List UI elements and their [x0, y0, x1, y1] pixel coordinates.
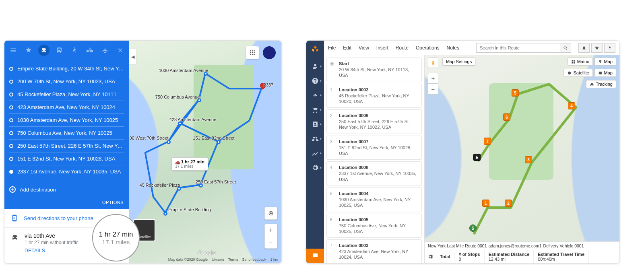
route-marker[interactable]: 4 — [568, 102, 575, 109]
route-waypoint[interactable] — [167, 140, 171, 144]
satellite-view-button[interactable]: Satellite — [564, 69, 592, 77]
rail-routes-icon[interactable] — [308, 89, 322, 102]
stop-input[interactable]: Empire State Building, 20 W 34th St, New… — [9, 62, 124, 75]
zoom-in-button[interactable]: + — [265, 224, 277, 236]
map-type-button[interactable]: Map — [594, 69, 616, 77]
notifications-icon[interactable] — [578, 43, 590, 53]
rail-settings-icon[interactable] — [308, 161, 322, 174]
account-avatar[interactable] — [263, 46, 276, 59]
map-label: 1030 Amsterdam Avenue — [159, 68, 208, 73]
stop-card[interactable]: 1Location 000245 Rockefeller Plaza, New … — [326, 84, 422, 108]
map-label: Empire State Building — [168, 207, 211, 212]
close-icon[interactable] — [115, 45, 126, 56]
rail-analytics-icon[interactable] — [308, 147, 322, 160]
stop-input[interactable]: 151 E 82nd St, New York, NY 10028, USA — [9, 152, 124, 165]
stop-input[interactable]: 250 East 57th Street, 226 E 57th St, New… — [9, 140, 124, 152]
menu-notes[interactable]: Notes — [447, 45, 459, 51]
route-marker[interactable]: 6 — [503, 113, 510, 121]
menu-file[interactable]: File — [328, 45, 336, 51]
search-button[interactable] — [560, 43, 571, 53]
route-waypoint[interactable] — [163, 212, 167, 216]
transit-mode-icon[interactable] — [54, 45, 65, 56]
map-canvas[interactable]: 1030 Amsterdam Avenue750 Columbus Avenue… — [129, 41, 281, 263]
route-marker[interactable]: E — [473, 154, 481, 161]
svg-point-1 — [252, 50, 253, 51]
rail-cart-icon[interactable] — [308, 103, 322, 116]
route-waypoint[interactable] — [178, 121, 182, 126]
svg-point-12 — [568, 71, 571, 74]
route-marker[interactable]: S — [469, 224, 477, 232]
rail-team-icon[interactable] — [308, 132, 322, 145]
recenter-button[interactable] — [264, 207, 277, 220]
zoom-out-button[interactable]: − — [265, 236, 277, 248]
top-menu-bar: FileEditViewInsertRouteOperationsNotes — [324, 41, 619, 55]
stop-input[interactable]: 750 Columbus Ave, New York, NY 10025 — [9, 127, 124, 140]
menu-route[interactable]: Route — [396, 45, 409, 51]
app-logo-icon[interactable] — [309, 43, 322, 56]
map-label: 200 West 70th Street — [129, 136, 169, 140]
stop-input[interactable]: 200 W 70th St, New York, NY 10023, USA — [9, 75, 124, 88]
map-view-button[interactable]: Map — [594, 58, 616, 66]
stop-card[interactable]: 5Location 00041030 Amsterdam Ave, New Yo… — [326, 187, 422, 212]
search-input[interactable] — [476, 43, 560, 53]
flash-icon[interactable] — [604, 43, 615, 53]
time-distance-callout: 1 hr 27 min 17.1 miles — [92, 214, 140, 262]
flight-mode-icon[interactable] — [99, 45, 111, 56]
zoom-out-button[interactable]: − — [428, 84, 438, 94]
rail-add-user-icon[interactable] — [308, 60, 322, 73]
send-to-phone-label: Send directions to your phone — [24, 215, 93, 221]
menu-view[interactable]: View — [359, 45, 369, 51]
drive-mode-icon[interactable] — [38, 45, 50, 56]
options-button[interactable]: OPTIONS — [4, 196, 129, 209]
stop-card[interactable]: 4Location 00082337 1st Avenue, New York,… — [326, 161, 422, 186]
route-marker[interactable]: 2 — [505, 200, 512, 207]
stop-input[interactable]: 2337 1st Avenue, New York, NY 10035, USA — [9, 165, 124, 178]
stop-card[interactable]: 6Location 0005750 Columbus Ave, New York… — [326, 214, 422, 238]
route-map[interactable]: S1234567E Map Settings + − Matrix Map Sa… — [425, 55, 619, 241]
tracking-button[interactable]: Tracking — [586, 80, 616, 88]
zoom-control: + − — [428, 73, 438, 95]
footer-settings-icon[interactable] — [425, 254, 436, 259]
best-mode-icon[interactable] — [23, 45, 34, 56]
svg-point-7 — [252, 54, 253, 55]
stop-input[interactable]: 1030 Amsterdam Ave, New York, NY 10025 — [9, 114, 124, 127]
matrix-view-button[interactable]: Matrix — [568, 58, 593, 66]
route-marker[interactable]: 3 — [525, 156, 532, 163]
route-marker[interactable]: 1 — [482, 200, 489, 207]
stop-card[interactable]: 3Location 0007151 E 82nd St, New York, N… — [326, 136, 422, 160]
stop-input[interactable]: 45 Rockefeller Plaza, New York, NY 10111 — [9, 88, 124, 101]
rail-addressbook-icon[interactable] — [308, 118, 322, 131]
pegman-icon[interactable] — [428, 58, 438, 68]
car-icon — [11, 233, 19, 241]
walk-mode-icon[interactable] — [69, 45, 80, 56]
stops-list[interactable]: Start20 W 34th St, New York, NY 10118, U… — [324, 55, 425, 263]
rail-help-icon[interactable] — [308, 74, 322, 87]
svg-point-4 — [252, 52, 253, 54]
menu-icon[interactable] — [8, 45, 19, 56]
map-settings-button[interactable]: Map Settings — [442, 58, 475, 66]
bike-mode-icon[interactable] — [84, 45, 95, 56]
map-label: 2337 — [264, 82, 273, 87]
apps-icon[interactable] — [246, 46, 259, 59]
route-marker[interactable]: 7 — [484, 138, 491, 145]
menu-insert[interactable]: Insert — [376, 45, 388, 51]
route-traffic-note: 1 hr 27 min without traffic — [25, 240, 78, 245]
travel-mode-bar — [4, 41, 129, 60]
stop-card[interactable]: 7Location 0003423 Amsterdam Ave, New Yor… — [326, 239, 422, 263]
stop-card[interactable]: 2Location 0006250 East 57th Street, 226 … — [326, 109, 422, 134]
favorite-icon[interactable] — [591, 43, 603, 53]
stop-card[interactable]: Start20 W 34th St, New York, NY 10118, U… — [326, 58, 422, 82]
menu-edit[interactable]: Edit — [343, 45, 351, 51]
map-label: 250 East 57th Street — [196, 179, 236, 184]
rail-chat-icon[interactable] — [306, 249, 324, 263]
menu-operations[interactable]: Operations — [416, 45, 440, 51]
footer-total-label: Total — [436, 253, 454, 261]
route-footer: New York Last Mile Route 0001adam.jones@… — [425, 241, 619, 263]
route-details-button[interactable]: DETAILS — [25, 248, 78, 253]
add-destination-button[interactable]: +Add destination — [4, 181, 129, 196]
stop-input[interactable]: 423 Amsterdam Ave, New York, NY 10024 — [9, 101, 124, 114]
route-marker[interactable]: 5 — [512, 89, 519, 97]
zoom-in-button[interactable]: + — [428, 73, 438, 84]
route-waypoint[interactable] — [217, 140, 221, 144]
collapse-panel-button[interactable]: ◀ — [129, 49, 136, 65]
